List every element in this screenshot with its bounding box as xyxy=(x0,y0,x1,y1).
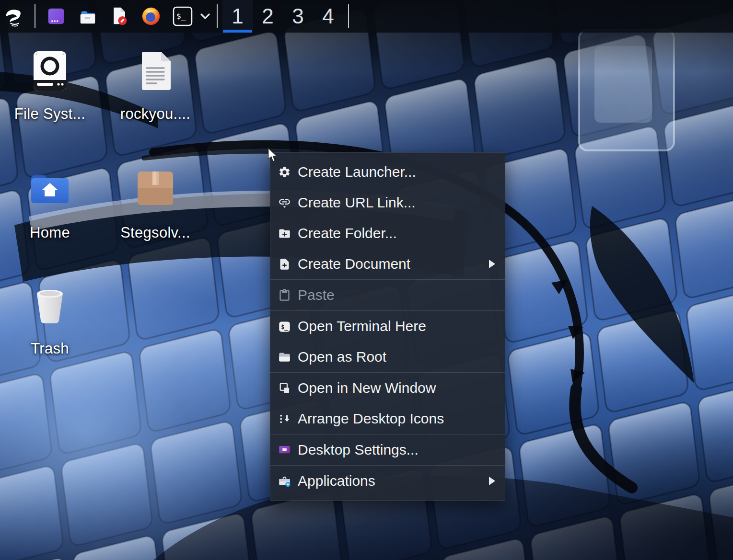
menu-item-open-terminal-here[interactable]: $_ Open Terminal Here xyxy=(270,311,505,342)
workspace-number: 3 xyxy=(292,4,303,28)
menu-item-label: Open Terminal Here xyxy=(298,318,426,334)
trash-icon xyxy=(33,286,67,324)
desktop-icon-home[interactable]: Home xyxy=(0,165,103,243)
file-manager-icon xyxy=(78,6,98,27)
home-folder-icon xyxy=(29,173,70,205)
desktop-context-menu: Create Launcher... Create URL Link... Cr… xyxy=(270,152,505,501)
desktop-icon-stegsolve[interactable]: Stegsolv... xyxy=(103,165,208,243)
applications-menu-button[interactable] xyxy=(0,3,25,30)
terminal-icon: $_ xyxy=(278,320,291,333)
link-icon xyxy=(278,196,291,209)
workspace-number: 1 xyxy=(232,4,243,28)
menu-item-label: Applications xyxy=(298,473,375,489)
app-grid-icon xyxy=(47,7,66,26)
menu-item-label: Arrange Desktop Icons xyxy=(298,411,444,427)
desktop-icon-rockyou[interactable]: rockyou.... xyxy=(103,46,208,126)
chevron-down-icon xyxy=(200,12,210,20)
workspace-number: 2 xyxy=(262,4,273,28)
submenu-arrow-icon xyxy=(489,260,495,268)
menu-item-label: Create Folder... xyxy=(298,225,397,241)
new-window-icon xyxy=(278,382,291,395)
launcher-terminal[interactable]: $_ xyxy=(167,0,198,33)
menu-item-create-folder[interactable]: Create Folder... xyxy=(270,218,505,249)
terminal-dropdown-button[interactable] xyxy=(198,0,212,33)
firefox-icon xyxy=(141,6,161,26)
menu-item-desktop-settings[interactable]: Desktop Settings... xyxy=(270,434,505,465)
panel-separator xyxy=(35,4,35,28)
menu-item-label: Open as Root xyxy=(298,349,386,365)
applications-icon xyxy=(278,475,291,488)
menu-item-create-url-link[interactable]: Create URL Link... xyxy=(270,187,505,218)
workspace-number: 4 xyxy=(322,4,334,28)
package-icon xyxy=(137,170,174,207)
menu-item-label: Create URL Link... xyxy=(298,194,416,211)
launcher-app-grid[interactable] xyxy=(40,0,72,33)
svg-text:$_: $_ xyxy=(281,323,288,331)
new-folder-icon xyxy=(278,227,291,240)
panel-separator xyxy=(217,4,218,28)
desktop-icon-file-system[interactable]: File Syst... xyxy=(0,46,103,126)
desktop-icon-label: Stegsolv... xyxy=(103,224,208,241)
folder-icon xyxy=(278,351,291,364)
text-file-icon xyxy=(140,52,171,90)
desktop-icon-label: File Syst... xyxy=(0,105,103,123)
workspace-button-2[interactable]: 2 xyxy=(253,0,283,33)
menu-item-label: Create Launcher... xyxy=(298,164,416,180)
desktop-icon-label: Trash xyxy=(0,340,103,357)
sort-icon xyxy=(278,412,291,425)
menu-item-label: Desktop Settings... xyxy=(298,442,419,458)
menu-item-arrange-desktop-icons[interactable]: Arrange Desktop Icons xyxy=(270,403,505,434)
kali-logo-icon xyxy=(2,5,23,27)
new-document-icon xyxy=(278,258,291,271)
workspace-button-3[interactable]: 3 xyxy=(283,0,313,33)
menu-item-applications[interactable]: Applications xyxy=(270,466,505,496)
menu-item-create-launcher[interactable]: Create Launcher... xyxy=(270,157,505,187)
menu-item-open-as-root[interactable]: Open as Root xyxy=(270,342,505,372)
menu-item-create-document[interactable]: Create Document xyxy=(270,249,505,279)
clipboard-icon xyxy=(278,289,291,302)
top-panel: $_ 1 2 3 4 xyxy=(0,0,733,33)
desktop-icon-label: rockyou.... xyxy=(103,105,208,123)
gear-icon xyxy=(278,166,291,179)
menu-item-open-in-new-window[interactable]: Open in New Window xyxy=(270,373,505,403)
submenu-arrow-icon xyxy=(489,477,495,485)
hard-drive-icon xyxy=(33,51,67,91)
workspace-button-1[interactable]: 1 xyxy=(222,0,253,33)
menu-item-paste[interactable]: Paste xyxy=(270,280,505,310)
launcher-text-editor[interactable] xyxy=(104,0,135,33)
menu-item-label: Open in New Window xyxy=(298,380,436,396)
svg-text:$_: $_ xyxy=(176,11,186,21)
workspace-pager: 1 2 3 4 xyxy=(222,0,343,33)
display-settings-icon xyxy=(278,444,291,457)
launcher-file-manager[interactable] xyxy=(72,0,104,33)
workspace-button-4[interactable]: 4 xyxy=(313,0,343,33)
menu-item-label: Create Document xyxy=(298,256,410,272)
terminal-icon: $_ xyxy=(172,6,193,27)
text-editor-icon xyxy=(110,5,129,27)
desktop-icon-trash[interactable]: Trash xyxy=(0,281,103,359)
panel-separator xyxy=(348,4,349,28)
launcher-firefox[interactable] xyxy=(135,0,167,33)
desktop-screen: $_ 1 2 3 4 xyxy=(0,0,733,560)
menu-item-label: Paste xyxy=(298,287,335,303)
desktop-icon-label: Home xyxy=(0,224,103,241)
